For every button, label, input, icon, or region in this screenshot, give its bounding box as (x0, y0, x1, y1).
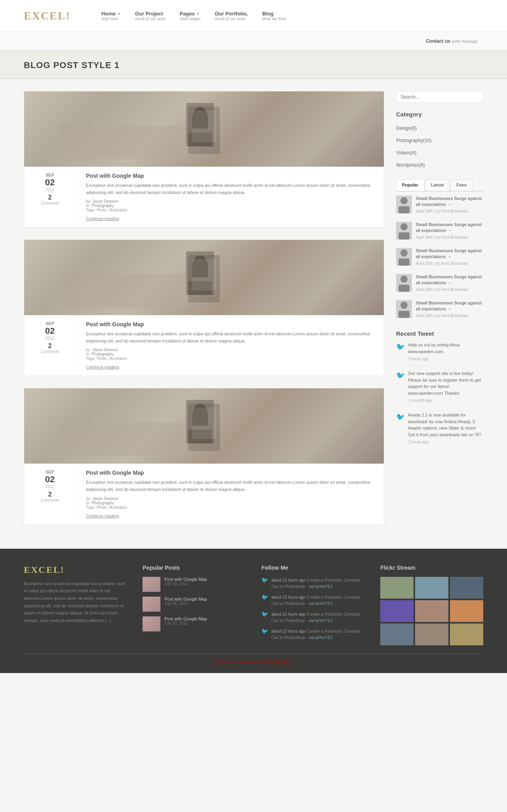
popular-post-meta-3: April 26th | by Kent Brockman (416, 261, 483, 266)
blog-post-2: SEP 02 2012 2 Commmet Post with Google M… (24, 240, 384, 376)
comments-num-3: 2 (41, 491, 59, 498)
flickr-thumb-9[interactable] (450, 624, 483, 645)
footer-tweet-link-3[interactable]: ow.ly/heYSJ (309, 618, 333, 623)
nav-title: Blog (262, 11, 286, 17)
popular-post-title-1: Small Businesses Surge against all expec… (416, 196, 483, 208)
category-item-design[interactable]: Design(6) (396, 122, 483, 135)
avatar-icon-3 (396, 248, 412, 266)
post-title-3[interactable]: Post with Google Map (86, 470, 378, 476)
footer-post-date-3: July 30, 2012 (164, 621, 207, 626)
continue-reading-3[interactable]: Continue reading (86, 513, 119, 518)
post-author-1: by: Jason Dewson (86, 199, 378, 203)
popular-post-2[interactable]: Small Businesses Surge against all expec… (396, 218, 483, 244)
tab-popular[interactable]: Popular (396, 179, 424, 191)
flickr-thumb-4[interactable] (380, 600, 414, 622)
logo[interactable]: EXCEL! (24, 10, 71, 22)
main-nav: Home ▼start hereOur Projectresult of our… (94, 7, 294, 25)
popular-post-1[interactable]: Small Businesses Surge against all expec… (396, 192, 483, 218)
flickr-thumb-3[interactable] (450, 577, 483, 599)
nav-sub: what we think (262, 17, 286, 21)
search-input[interactable] (396, 91, 483, 103)
svg-rect-1 (398, 206, 410, 213)
twitter-icon-1: 🐦 (396, 342, 405, 362)
footer-twitter-icon-2: 🐦 (261, 594, 268, 607)
tab-latest[interactable]: Latest (425, 179, 450, 191)
category-item-videos[interactable]: Videos(4) (396, 147, 483, 159)
post-category-1: In: Photography (86, 203, 378, 208)
flickr-thumb-2[interactable] (415, 577, 448, 599)
tweet-text-1: Help us out by voting Ariva www.wpeden.c… (408, 342, 483, 362)
svg-rect-3 (398, 232, 410, 240)
popular-post-3[interactable]: Small Businesses Surge against all expec… (396, 244, 483, 270)
comments-box-1: 2 Commmet (41, 194, 59, 205)
footer-tweet-text-2: about 12 hours ago Create a Futuristic C… (271, 594, 364, 607)
popular-post-meta-2: April 26th | by Kent Brockman (416, 235, 483, 240)
flickr-thumb-8[interactable] (415, 624, 448, 645)
popular-post-meta-1: April 26th | by Kent Brockman (416, 209, 483, 213)
tab-fans[interactable]: Fans (450, 179, 473, 191)
popular-post-text-4: Small Businesses Surge against all expec… (416, 274, 483, 292)
footer-post-date-1: July 30, 2012 (164, 582, 207, 586)
sub-nav-item-contact[interactable]: Contact us write massage (420, 38, 483, 44)
popular-post-4[interactable]: Small Businesses Surge against all expec… (396, 270, 483, 296)
nav-item-our-portfolio[interactable]: Our Portfolio,result of our work (208, 7, 255, 25)
nav-item-blog[interactable]: Blogwhat we think (255, 7, 294, 25)
post-category-2: In: Photography (86, 352, 378, 356)
tweet-item-3: 🐦 Avada 2.1 is now available for downloa… (396, 412, 483, 449)
footer-tweet-link-1[interactable]: ow.ly/heYSJ (309, 584, 333, 589)
footer-col-flickr: Flickr Stream (380, 565, 483, 645)
post-meta-2: SEP 02 2012 2 Commmet Post with Google M… (24, 315, 384, 376)
avatar-icon-4 (396, 274, 412, 292)
footer-flickr-title: Flickr Stream (380, 565, 483, 571)
flickr-thumb-1[interactable] (380, 577, 414, 599)
flickr-thumb-6[interactable] (450, 600, 483, 622)
svg-point-2 (400, 223, 408, 230)
date-month-3: SEP (45, 470, 55, 474)
nav-item-our-project[interactable]: Our Projectresult of our work (128, 7, 173, 25)
comments-num-1: 2 (41, 194, 59, 201)
post-title-2[interactable]: Post with Google Map (86, 321, 378, 327)
sub-nav-sub: write massage (452, 39, 477, 44)
comments-box-2: 2 Commmet (41, 342, 59, 354)
post-image-1 (24, 91, 384, 167)
popular-avatar-1 (396, 196, 412, 213)
category-item-wordpress[interactable]: Wordpress(6) (396, 159, 483, 171)
post-excerpt-2: Excepteur sint occaecat cupidatat non pr… (86, 331, 378, 344)
meta-separator-2 (78, 321, 78, 370)
footer-post-item-3[interactable]: Post with Google Map July 30, 2012 (143, 616, 246, 631)
footer-post-title-3[interactable]: Post with Google Map (164, 616, 207, 621)
twitter-icon-2: 🐦 (396, 371, 405, 403)
post-excerpt-3: Excepteur sint occaecat cupidatat non pr… (86, 479, 378, 493)
footer-post-item-2[interactable]: Post with Google Map July 30, 2012 (143, 597, 246, 612)
nav-sub: other pages (180, 17, 201, 21)
post-image-2 (24, 240, 384, 315)
post-author-3: by: Jason Dewson (86, 496, 378, 501)
chevron-down-icon: ▼ (117, 12, 121, 16)
footer-post-item-1[interactable]: Post with Google Map July 30, 2012 (143, 577, 246, 592)
post-title-1[interactable]: Post with Google Map (86, 173, 378, 179)
blog-post-3: SEP 02 2012 2 Commmet Post with Google M… (24, 388, 384, 525)
nav-item-home[interactable]: Home ▼start here (94, 7, 128, 25)
flickr-thumb-7[interactable] (380, 624, 414, 645)
post-category-3: In: Photography (86, 501, 378, 505)
popular-post-5[interactable]: Small Businesses Surge against all expec… (396, 296, 483, 322)
footer-col-follow: Follow Me 🐦 about 12 hours ago Create a … (261, 565, 364, 645)
nav-item-pages[interactable]: Pages ▼other pages (173, 7, 208, 25)
popular-post-text-5: Small Businesses Surge against all expec… (416, 300, 483, 318)
sub-nav: Contact us write massage (0, 32, 507, 50)
recent-tweet-title: Recent Tweet (396, 330, 483, 337)
flickr-thumb-5[interactable] (415, 600, 448, 622)
date-day-2: 02 (45, 326, 55, 336)
post-info-1: Post with Google Map Excepteur sint occa… (86, 173, 378, 221)
nav-title: Our Project (135, 11, 166, 17)
continue-reading-1[interactable]: Continue reading (86, 216, 119, 221)
footer-twitter-icon-1: 🐦 (261, 577, 268, 590)
footer-tweet-link-4[interactable]: ow.ly/heYSJ (309, 635, 333, 640)
svg-point-0 (400, 197, 408, 204)
footer-tweet-link-2[interactable]: ow.ly/heYSJ (309, 601, 333, 606)
meta-separator-1 (78, 173, 78, 221)
category-item-photography[interactable]: Photography(10) (396, 135, 483, 147)
footer-post-title-2[interactable]: Post with Google Map (164, 597, 207, 601)
continue-reading-2[interactable]: Continue reading (86, 365, 119, 369)
footer-post-title-1[interactable]: Post with Google Map (164, 577, 207, 582)
